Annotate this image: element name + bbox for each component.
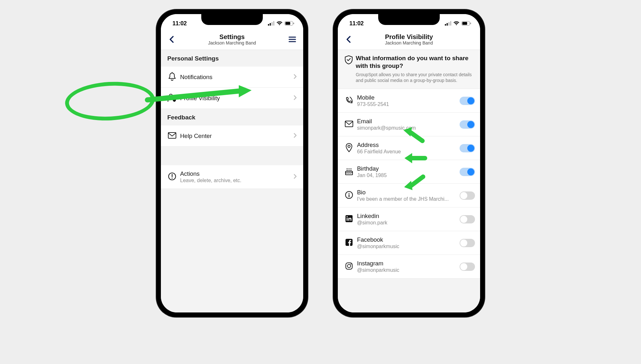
profile-visibility-row[interactable]: Profile Visibility <box>161 88 303 109</box>
status-time: 11:02 <box>172 20 187 27</box>
screen-settings: 11:02 Settings Jackson Marching Band Per… <box>161 14 303 312</box>
bio-toggle[interactable] <box>460 191 475 200</box>
row-value: @simon.park <box>357 220 460 226</box>
wifi-icon <box>453 21 460 26</box>
svg-rect-17 <box>447 23 448 26</box>
row-value: I've been a member of the JHS Marchi... <box>357 196 460 202</box>
nav-header-settings: Settings Jackson Marching Band <box>161 31 303 50</box>
status-indicators <box>445 21 471 26</box>
svg-point-33 <box>349 193 350 194</box>
nav-header-visibility: Profile Visibility Jackson Marching Band <box>338 31 480 50</box>
annotation-circle <box>64 80 156 123</box>
svg-point-41 <box>351 263 352 264</box>
svg-rect-0 <box>268 24 269 26</box>
bell-icon <box>168 72 176 82</box>
svg-rect-5 <box>286 22 290 25</box>
cellular-icon <box>268 21 274 26</box>
section-feedback: Feedback <box>161 109 303 125</box>
nav-title: Settings <box>208 33 256 41</box>
envelope-icon <box>345 120 354 129</box>
bio-row: Bio I've been a member of the JHS Marchi… <box>338 184 480 207</box>
svg-rect-22 <box>470 23 471 24</box>
email-toggle[interactable] <box>460 120 475 129</box>
mobile-row: Mobile 973-555-2541 <box>338 89 480 113</box>
chevron-right-icon <box>292 133 298 139</box>
screen-visibility: 11:02 Profile Visibility Jackson Marchin… <box>338 14 480 312</box>
visibility-question: What information do you want to share wi… <box>356 54 474 70</box>
svg-rect-19 <box>450 21 452 26</box>
person-shield-icon <box>167 93 177 103</box>
row-label: Facebook <box>357 236 460 243</box>
chevron-right-icon <box>292 95 298 101</box>
spacer <box>161 147 303 165</box>
row-label: Birthday <box>357 165 460 172</box>
notch <box>201 14 263 25</box>
phone-icon <box>345 96 353 106</box>
facebook-icon <box>345 238 353 248</box>
chevron-right-icon <box>292 174 298 180</box>
row-label: Profile Visibility <box>180 95 292 102</box>
birthday-icon <box>345 167 354 177</box>
status-time: 11:02 <box>349 20 364 27</box>
linkedin-toggle[interactable] <box>460 215 475 223</box>
row-label: Email <box>357 118 460 125</box>
instagram-row: Instagram @simonparkmusic <box>338 255 480 279</box>
svg-rect-36 <box>347 218 348 221</box>
back-button[interactable] <box>344 34 354 44</box>
row-value: 973-555-2541 <box>357 101 460 107</box>
birthday-row: Birthday Jan 04, 1985 <box>338 160 480 184</box>
svg-point-24 <box>348 145 350 147</box>
address-toggle[interactable] <box>460 144 475 152</box>
row-label: Help Center <box>180 133 292 140</box>
shield-check-icon <box>344 55 353 84</box>
notifications-row[interactable]: Notifications <box>161 67 303 88</box>
row-label: Actions <box>180 170 292 177</box>
hamburger-menu-button[interactable] <box>287 34 297 44</box>
mobile-toggle[interactable] <box>460 97 475 105</box>
svg-rect-3 <box>273 21 275 26</box>
info-icon <box>345 191 353 200</box>
row-label: Notifications <box>180 74 292 81</box>
svg-rect-18 <box>448 22 450 26</box>
svg-rect-23 <box>345 121 353 127</box>
help-center-row[interactable]: Help Center <box>161 125 303 147</box>
svg-point-11 <box>169 94 172 97</box>
nav-title: Profile Visibility <box>385 33 433 41</box>
svg-rect-16 <box>445 24 446 26</box>
svg-point-40 <box>347 264 351 268</box>
battery-icon <box>462 21 471 26</box>
phone-visibility: 11:02 Profile Visibility Jackson Marchin… <box>333 10 485 317</box>
instagram-toggle[interactable] <box>460 263 475 271</box>
envelope-icon <box>168 132 177 140</box>
row-label: Linkedin <box>357 213 460 220</box>
section-personal: Personal Settings <box>161 50 303 67</box>
svg-rect-21 <box>462 22 467 25</box>
row-value: @simonparkmusic <box>357 244 460 249</box>
svg-point-31 <box>351 168 352 169</box>
row-label: Address <box>357 142 460 149</box>
status-indicators <box>268 21 294 26</box>
facebook-toggle[interactable] <box>460 239 475 247</box>
nav-subtitle: Jackson Marching Band <box>208 40 256 45</box>
visibility-content[interactable]: What information do you want to share wi… <box>338 50 480 312</box>
instagram-icon <box>345 262 353 271</box>
row-label: Instagram <box>357 260 460 267</box>
row-value: simonpark@spmusic.com <box>357 125 460 131</box>
actions-row[interactable]: Actions Leave, delete, archive, etc. <box>161 165 303 189</box>
svg-point-37 <box>346 216 348 217</box>
phone-settings: 11:02 Settings Jackson Marching Band Per… <box>156 10 308 317</box>
svg-rect-2 <box>271 22 273 26</box>
svg-rect-1 <box>270 23 271 26</box>
svg-point-15 <box>171 177 172 178</box>
address-row: Address 66 Fairfield Avenue <box>338 136 480 160</box>
linkedin-row: Linkedin @simon.park <box>338 207 480 231</box>
chevron-right-icon <box>292 74 298 80</box>
birthday-toggle[interactable] <box>460 168 475 176</box>
back-button[interactable] <box>167 34 177 44</box>
settings-content[interactable]: Personal Settings Notifications Profile … <box>161 50 303 312</box>
row-label: Bio <box>357 189 460 196</box>
linkedin-icon <box>345 214 353 224</box>
notch <box>378 14 440 25</box>
svg-rect-12 <box>168 133 176 138</box>
nav-subtitle: Jackson Marching Band <box>385 40 433 45</box>
